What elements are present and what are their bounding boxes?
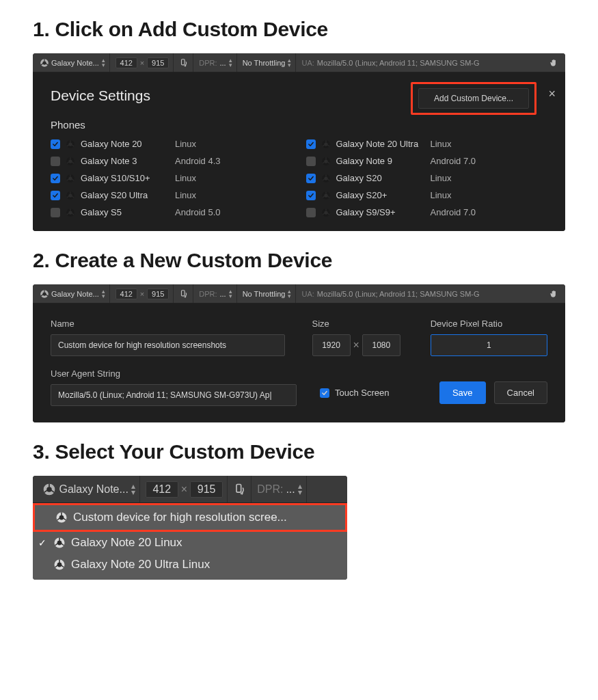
panel-2: Galaxy Note...▴▾ × DPR:...▴▾No Throttlin…: [33, 284, 565, 422]
dimensions[interactable]: ×: [111, 53, 174, 72]
device-os: Android 7.0: [431, 207, 476, 217]
device-name: Galaxy Note 9: [336, 156, 425, 166]
chrome-icon: [321, 157, 331, 166]
width-input[interactable]: [115, 57, 137, 68]
device-selector[interactable]: Galaxy Note...▴▾: [36, 53, 110, 72]
device-os: Linux: [175, 139, 196, 149]
touch-toggle[interactable]: [545, 284, 562, 303]
add-custom-device-highlight: Add Custom Device...: [411, 82, 536, 115]
dpr-input[interactable]: [431, 334, 547, 356]
check-icon: ✓: [38, 537, 46, 548]
device-row[interactable]: Galaxy S5 Android 5.0: [51, 207, 293, 217]
rotate-button[interactable]: [229, 476, 252, 502]
device-checkbox[interactable]: [51, 174, 60, 183]
device-row[interactable]: Galaxy Note 3 Android 4.3: [51, 156, 293, 166]
device-checkbox[interactable]: [306, 174, 316, 183]
close-icon[interactable]: ×: [548, 88, 556, 100]
chrome-icon: [321, 174, 331, 183]
devtools-toolbar: Galaxy Note...▴▾ × DPR:...▴▾No Throttlin…: [33, 53, 565, 72]
ua-field[interactable]: UA:Mozilla/5.0 (Linux; Android 11; SAMSU…: [297, 284, 543, 303]
device-os: Linux: [431, 139, 452, 149]
rotate-icon: [179, 58, 189, 68]
dpr-selector[interactable]: DPR:...▴▾: [195, 284, 236, 303]
height-input[interactable]: [362, 334, 400, 356]
device-name: Galaxy S9/S9+: [336, 207, 425, 217]
rotate-button[interactable]: [175, 284, 193, 303]
dimensions[interactable]: ×: [141, 476, 228, 502]
device-checkbox[interactable]: [51, 191, 60, 200]
device-name: Galaxy S10/S10+: [81, 173, 169, 183]
device-checkbox[interactable]: [51, 139, 60, 149]
device-row[interactable]: Galaxy Note 20 Linux: [51, 139, 293, 149]
chrome-icon: [53, 558, 66, 571]
device-checkbox[interactable]: [51, 157, 60, 166]
ua-label: User Agent String: [51, 368, 297, 379]
hand-icon: [549, 289, 558, 299]
device-checkbox[interactable]: [51, 208, 60, 217]
add-custom-device-button[interactable]: Add Custom Device...: [418, 88, 529, 109]
device-name: Galaxy Note 20: [81, 139, 169, 149]
size-separator: ×: [353, 339, 359, 351]
name-input[interactable]: [51, 334, 285, 356]
width-input[interactable]: [115, 288, 137, 299]
panel-3: Galaxy Note...▴▾ × DPR:...▴▾ Custom devi…: [33, 476, 347, 580]
dropdown-item[interactable]: ✓ Galaxy Note 20 Linux: [33, 532, 347, 554]
rotate-button[interactable]: [175, 53, 193, 72]
device-os: Android 5.0: [175, 207, 221, 217]
chrome-icon: [66, 191, 75, 200]
save-button[interactable]: Save: [439, 381, 486, 404]
device-selector[interactable]: Galaxy Note...▴▾: [38, 476, 140, 502]
step-1-heading: 1. Click on Add Custom Device: [33, 18, 565, 41]
chrome-icon: [321, 191, 331, 200]
device-row[interactable]: Galaxy Note 20 Ultra Linux: [306, 139, 548, 149]
width-input[interactable]: [146, 481, 178, 498]
chrome-icon: [40, 289, 49, 299]
dpr-label: Device Pixel Ratio: [431, 319, 547, 329]
dropdown-item-label: Galaxy Note 20 Ultra Linux: [71, 558, 210, 571]
throttle-selector[interactable]: No Throttling▴▾: [239, 284, 297, 303]
device-dropdown[interactable]: Custom device for high resolution scree.…: [33, 503, 347, 580]
cancel-button[interactable]: Cancel: [494, 381, 547, 404]
rotate-icon: [179, 289, 189, 299]
device-checkbox[interactable]: [306, 139, 316, 149]
chrome-icon: [40, 58, 49, 68]
device-os: Linux: [175, 190, 196, 200]
throttle-selector[interactable]: No Throttling▴▾: [239, 53, 297, 72]
height-input[interactable]: [147, 57, 169, 68]
chrome-icon: [66, 208, 75, 217]
device-checkbox[interactable]: [306, 208, 316, 217]
device-selector[interactable]: Galaxy Note...▴▾: [36, 284, 110, 303]
chrome-icon: [55, 511, 68, 524]
step-2-heading: 2. Create a New Custom Device: [33, 249, 565, 272]
touch-checkbox[interactable]: [320, 388, 329, 398]
dpr-selector[interactable]: DPR:...▴▾: [253, 476, 307, 502]
dropdown-item[interactable]: Custom device for high resolution scree.…: [33, 503, 347, 532]
device-name: Galaxy S5: [81, 207, 169, 217]
width-input[interactable]: [312, 334, 351, 356]
dropdown-item[interactable]: Galaxy Note 20 Ultra Linux: [33, 554, 347, 576]
height-input[interactable]: [147, 288, 169, 299]
device-os: Linux: [431, 173, 452, 183]
dimensions[interactable]: ×: [111, 284, 174, 303]
devtools-toolbar: Galaxy Note...▴▾ × DPR:...▴▾No Throttlin…: [33, 284, 565, 304]
device-row[interactable]: Galaxy S20 Linux: [306, 173, 548, 183]
rotate-icon: [233, 483, 247, 496]
devtools-toolbar: Galaxy Note...▴▾ × DPR:...▴▾: [33, 476, 347, 503]
ua-field[interactable]: UA:Mozilla/5.0 (Linux; Android 11; SAMSU…: [297, 53, 543, 72]
device-row[interactable]: Galaxy S20 Ultra Linux: [51, 190, 293, 200]
device-checkbox[interactable]: [306, 157, 316, 166]
device-name: Galaxy S20+: [336, 190, 425, 200]
height-input[interactable]: [190, 481, 223, 498]
device-row[interactable]: Galaxy S9/S9+ Android 7.0: [306, 207, 548, 217]
device-row[interactable]: Galaxy S10/S10+ Linux: [51, 173, 293, 183]
device-row[interactable]: Galaxy S20+ Linux: [306, 190, 548, 200]
dpr-selector[interactable]: DPR:...▴▾: [195, 53, 236, 72]
step-3-heading: 3. Select Your Custom Device: [33, 440, 565, 463]
chrome-icon: [321, 208, 331, 217]
ua-input[interactable]: [51, 384, 297, 406]
chrome-icon: [321, 139, 331, 149]
dropdown-item-label: Custom device for high resolution scree.…: [73, 511, 287, 524]
touch-toggle[interactable]: [545, 53, 562, 72]
device-row[interactable]: Galaxy Note 9 Android 7.0: [306, 156, 548, 166]
device-checkbox[interactable]: [306, 191, 316, 200]
